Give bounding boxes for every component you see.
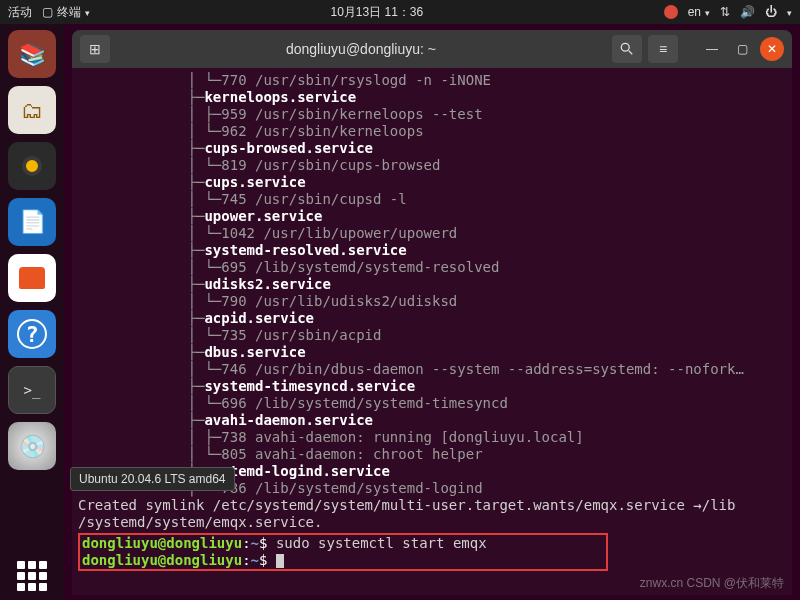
hamburger-menu-button[interactable]: ≡ — [648, 35, 678, 63]
minimize-button[interactable]: — — [700, 37, 724, 61]
dock-item-files[interactable]: 🗂 — [8, 86, 56, 134]
dock-item-rhythmbox[interactable] — [8, 142, 56, 190]
app-menu[interactable]: ▢ 终端 — [42, 4, 90, 21]
dock-tooltip: Ubuntu 20.04.6 LTS amd64 — [70, 467, 235, 491]
dock-item-disc[interactable]: 💿 — [8, 422, 56, 470]
dock-item-ubuntu-software[interactable] — [8, 254, 56, 302]
network-icon[interactable]: ⇅ — [720, 5, 730, 19]
dock-item-show-apps[interactable] — [8, 552, 56, 600]
maximize-button[interactable]: ▢ — [730, 37, 754, 61]
power-icon[interactable]: ⏻ — [765, 5, 777, 19]
window-title: dongliuyu@dongliuyu: ~ — [116, 41, 606, 57]
update-available-icon[interactable] — [664, 5, 678, 19]
activities-button[interactable]: 活动 — [8, 4, 32, 21]
new-tab-button[interactable]: ⊞ — [80, 35, 110, 63]
ubuntu-dock: 📚 🗂 📄 ? >_ 💿 — [0, 24, 64, 600]
svg-point-0 — [621, 43, 629, 51]
clock[interactable]: 10月13日 11：36 — [90, 4, 664, 21]
close-button[interactable]: ✕ — [760, 37, 784, 61]
system-menu-chevron-icon[interactable] — [787, 5, 792, 19]
window-titlebar[interactable]: ⊞ dongliuyu@dongliuyu: ~ ≡ — ▢ ✕ — [72, 30, 792, 68]
input-source[interactable]: en — [688, 5, 710, 19]
search-icon — [620, 42, 634, 56]
terminal-window: ⊞ dongliuyu@dongliuyu: ~ ≡ — ▢ ✕ │ └─770… — [72, 30, 792, 595]
svg-line-1 — [629, 51, 633, 55]
search-button[interactable] — [612, 35, 642, 63]
volume-icon[interactable]: 🔊 — [740, 5, 755, 19]
dock-item-libreoffice-writer[interactable]: 📄 — [8, 198, 56, 246]
watermark: znwx.cn CSDN @伏和莱特 — [640, 575, 784, 592]
dock-item-help[interactable]: ? — [8, 310, 56, 358]
gnome-topbar: 活动 ▢ 终端 10月13日 11：36 en ⇅ 🔊 ⏻ — [0, 0, 800, 24]
terminal-content[interactable]: │ └─770 /usr/sbin/rsyslogd -n -iNONE ├─k… — [72, 68, 792, 595]
dock-item-books[interactable]: 📚 — [8, 30, 56, 78]
dock-item-terminal[interactable]: >_ — [8, 366, 56, 414]
